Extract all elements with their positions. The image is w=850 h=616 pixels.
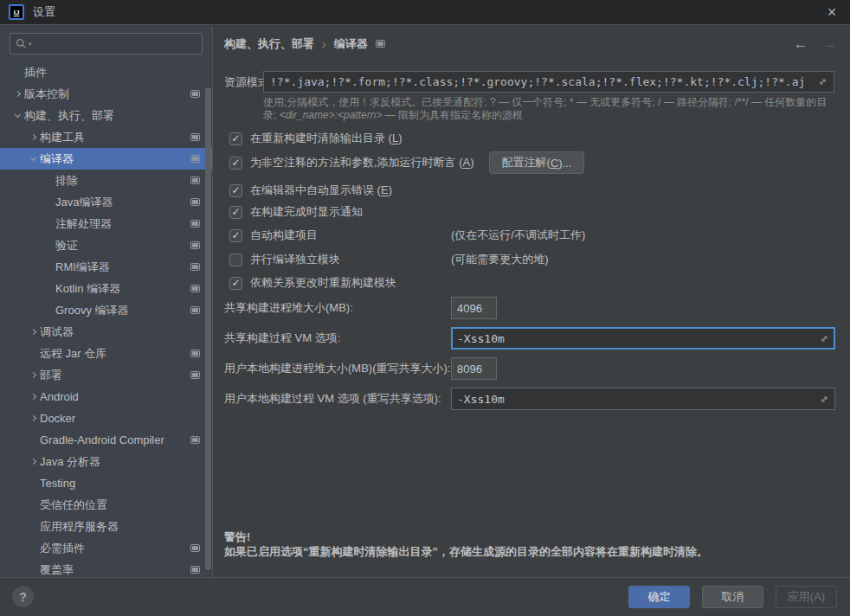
window-title: 设置 bbox=[33, 4, 55, 20]
sidebar-item[interactable]: RMI编译器 bbox=[0, 256, 212, 278]
field-value: -Xss10m bbox=[457, 393, 505, 406]
checkbox-row: ✓在编辑器中自动显示错误 (E) bbox=[229, 180, 841, 201]
resource-patterns-hint: 使用;分隔模式，使用！求反模式。已接受通配符: ? — 仅一个符号; * — 无… bbox=[263, 96, 838, 122]
sidebar-item[interactable]: 必需插件 bbox=[0, 537, 212, 559]
checked-checkbox[interactable]: ✓ bbox=[229, 132, 242, 145]
checkbox-label: 为非空注释的方法和参数,添加运行时断言 (A) bbox=[250, 155, 474, 170]
checked-checkbox[interactable]: ✓ bbox=[229, 157, 242, 170]
sidebar-item[interactable]: 受信任的位置 bbox=[0, 494, 212, 516]
checkbox-row: ✓依赖关系更改时重新构建模块 bbox=[229, 273, 841, 293]
checkbox-label: 并行编译独立模块 bbox=[250, 252, 340, 267]
checked-checkbox[interactable]: ✓ bbox=[229, 229, 242, 242]
warning-title: 警告! bbox=[224, 529, 708, 544]
sidebar-item-label: Docker bbox=[40, 412, 75, 425]
breadcrumb-separator-icon: › bbox=[322, 37, 326, 51]
project-level-icon bbox=[190, 306, 200, 314]
search-input[interactable]: ▾ bbox=[10, 33, 203, 55]
resource-patterns-input[interactable]: !?*.java;!?*.form;!?*.class;!?*.groovy;!… bbox=[263, 71, 834, 93]
field-row: 共享构建过程 VM 选项:-Xss10m bbox=[224, 327, 850, 350]
cancel-button[interactable]: 取消 bbox=[702, 586, 763, 608]
breadcrumb-item[interactable]: 编译器 bbox=[334, 36, 368, 52]
project-level-icon bbox=[190, 176, 200, 184]
back-arrow-icon[interactable]: ← bbox=[794, 36, 808, 52]
search-history-caret-icon[interactable]: ▾ bbox=[29, 41, 32, 48]
unchecked-checkbox[interactable] bbox=[229, 253, 242, 266]
checkbox-row: 并行编译独立模块(可能需要更大的堆) bbox=[229, 249, 841, 270]
chevron-right-icon[interactable] bbox=[29, 394, 35, 400]
field-input[interactable]: -Xss10m bbox=[451, 388, 835, 410]
sidebar-item[interactable]: Groovy 编译器 bbox=[0, 299, 212, 321]
project-level-icon bbox=[190, 220, 200, 228]
help-icon[interactable]: ? bbox=[12, 586, 34, 607]
sidebar-item[interactable]: Java 分析器 bbox=[0, 451, 212, 472]
sidebar-item-label: Android bbox=[40, 390, 79, 403]
checkbox-label: 在编辑器中自动显示错误 (E) bbox=[250, 183, 392, 198]
project-level-icon bbox=[190, 285, 200, 292]
sidebar-item[interactable]: 构建、执行、部署 bbox=[0, 105, 212, 126]
checked-checkbox[interactable]: ✓ bbox=[229, 206, 242, 219]
titlebar: IJ 设置 × bbox=[0, 0, 850, 25]
chevron-right-icon[interactable] bbox=[29, 134, 35, 140]
chevron-right-icon[interactable] bbox=[29, 459, 35, 465]
sidebar-item[interactable]: Docker bbox=[0, 407, 212, 429]
field-row: 用户本地构建进程堆大小(MB)(重写共享大小):8096 bbox=[224, 357, 850, 380]
checked-checkbox[interactable]: ✓ bbox=[229, 277, 242, 290]
chevron-right-icon[interactable] bbox=[29, 372, 35, 378]
sidebar-item-label: 排除 bbox=[55, 173, 78, 189]
chevron-right-icon[interactable] bbox=[29, 415, 35, 421]
sidebar-item[interactable]: Java编译器 bbox=[0, 191, 212, 213]
project-level-icon bbox=[190, 90, 200, 98]
sidebar-item[interactable]: 调试器 bbox=[0, 321, 212, 343]
breadcrumb-item[interactable]: 构建、执行、部署 bbox=[224, 36, 314, 52]
sidebar-item[interactable]: 部署 bbox=[0, 364, 212, 386]
search-row: ▾ bbox=[0, 26, 212, 61]
configure-annotations-button[interactable]: 配置注解(C)... bbox=[489, 151, 585, 174]
chevron-down-icon[interactable] bbox=[29, 155, 35, 161]
field-input[interactable]: 4096 bbox=[451, 297, 497, 319]
sidebar-item-label: 构建、执行、部署 bbox=[24, 108, 114, 124]
checkbox-label: 依赖关系更改时重新构建模块 bbox=[250, 275, 396, 291]
sidebar-item[interactable]: 编译器 bbox=[0, 148, 212, 170]
chevron-down-icon[interactable] bbox=[14, 112, 20, 118]
project-level-icon bbox=[190, 566, 200, 574]
chevron-right-icon[interactable] bbox=[29, 329, 35, 335]
sidebar-item[interactable]: 应用程序服务器 bbox=[0, 516, 212, 537]
project-level-icon bbox=[190, 436, 200, 444]
sidebar-item[interactable]: 排除 bbox=[0, 170, 212, 191]
field-value: 4096 bbox=[457, 302, 482, 315]
chevron-right-icon[interactable] bbox=[14, 91, 20, 97]
sidebar-item-label: 部署 bbox=[40, 368, 62, 383]
ok-button[interactable]: 确定 bbox=[628, 586, 690, 608]
sidebar-item-label: 构建工具 bbox=[40, 130, 85, 145]
sidebar-scrollbar[interactable] bbox=[205, 87, 211, 570]
sidebar-item[interactable]: 版本控制 bbox=[0, 83, 212, 105]
expand-field-icon[interactable] bbox=[820, 334, 829, 343]
sidebar-item[interactable]: 注解处理器 bbox=[0, 213, 212, 234]
sidebar-item[interactable]: 远程 Jar 仓库 bbox=[0, 343, 212, 364]
settings-content: 构建、执行、部署 › 编译器 ← → 资源模式: !?*.java;!?*.fo… bbox=[214, 26, 850, 577]
expand-field-icon[interactable] bbox=[818, 77, 827, 87]
sidebar-item[interactable]: Kotlin 编译器 bbox=[0, 278, 212, 299]
sidebar-item-label: Kotlin 编译器 bbox=[55, 281, 120, 297]
sidebar-item[interactable]: 插件 bbox=[0, 61, 212, 83]
expand-field-icon[interactable] bbox=[820, 395, 829, 404]
checkbox-row: ✓在重新构建时清除输出目录 (L) bbox=[229, 128, 841, 149]
settings-sidebar: ▾ 插件版本控制构建、执行、部署构建工具编译器排除Java编译器注解处理器验证R… bbox=[0, 26, 213, 577]
sidebar-item-label: 覆盖率 bbox=[40, 562, 74, 578]
sidebar-item[interactable]: 验证 bbox=[0, 234, 212, 256]
field-input[interactable]: -Xss10m bbox=[451, 327, 835, 350]
sidebar-item[interactable]: Android bbox=[0, 386, 212, 407]
field-label: 共享构建进程堆大小(MB): bbox=[224, 300, 353, 316]
field-label: 共享构建过程 VM 选项: bbox=[224, 330, 340, 346]
project-level-icon bbox=[190, 371, 200, 379]
close-icon[interactable]: × bbox=[822, 4, 841, 20]
search-icon bbox=[16, 38, 27, 49]
sidebar-item[interactable]: 构建工具 bbox=[0, 126, 212, 148]
sidebar-item[interactable]: 覆盖率 bbox=[0, 559, 212, 577]
sidebar-item-label: 插件 bbox=[24, 65, 47, 80]
field-row: 共享构建进程堆大小(MB):4096 bbox=[224, 297, 850, 319]
checked-checkbox[interactable]: ✓ bbox=[229, 184, 242, 197]
sidebar-item[interactable]: Gradle-Android Compiler bbox=[0, 429, 212, 451]
sidebar-item[interactable]: Testing bbox=[0, 472, 212, 494]
field-input[interactable]: 8096 bbox=[451, 357, 497, 380]
